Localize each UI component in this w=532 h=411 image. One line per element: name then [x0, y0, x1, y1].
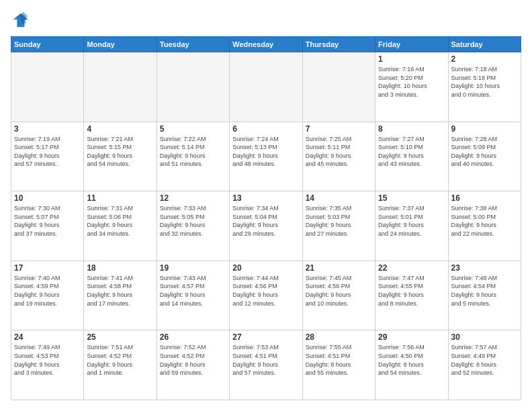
day-info: Sunrise: 7:49 AMSunset: 4:53 PMDaylight:…: [14, 343, 81, 377]
calendar-cell: 6Sunrise: 7:24 AMSunset: 5:13 PMDaylight…: [230, 122, 302, 191]
calendar-week-2: 3Sunrise: 7:19 AMSunset: 5:17 PMDaylight…: [11, 122, 521, 191]
day-number: 15: [378, 193, 445, 203]
calendar-cell: 2Sunrise: 7:18 AMSunset: 5:18 PMDaylight…: [448, 52, 521, 122]
day-number: 29: [378, 332, 445, 342]
calendar-cell: 14Sunrise: 7:35 AMSunset: 5:03 PMDayligh…: [302, 191, 375, 261]
day-info: Sunrise: 7:28 AMSunset: 5:09 PMDaylight:…: [451, 135, 518, 169]
calendar-cell: [84, 52, 157, 122]
calendar-cell: 30Sunrise: 7:57 AMSunset: 4:49 PMDayligh…: [448, 330, 521, 400]
day-info: Sunrise: 7:37 AMSunset: 5:01 PMDaylight:…: [378, 204, 445, 238]
day-number: 16: [451, 193, 518, 203]
logo: [11, 11, 32, 30]
calendar-cell: [302, 52, 375, 122]
day-number: 4: [87, 124, 153, 134]
day-info: Sunrise: 7:18 AMSunset: 5:18 PMDaylight:…: [451, 65, 518, 99]
header: [11, 11, 521, 30]
day-info: Sunrise: 7:33 AMSunset: 5:05 PMDaylight:…: [160, 204, 226, 238]
calendar-cell: [230, 52, 302, 122]
day-info: Sunrise: 7:24 AMSunset: 5:13 PMDaylight:…: [232, 135, 299, 169]
calendar-cell: 23Sunrise: 7:48 AMSunset: 4:54 PMDayligh…: [448, 261, 521, 330]
calendar-cell: 8Sunrise: 7:27 AMSunset: 5:10 PMDaylight…: [375, 122, 448, 191]
day-info: Sunrise: 7:34 AMSunset: 5:04 PMDaylight:…: [232, 204, 299, 238]
day-number: 22: [378, 263, 445, 273]
calendar-body: 1Sunrise: 7:16 AMSunset: 5:20 PMDaylight…: [11, 52, 521, 400]
day-info: Sunrise: 7:25 AMSunset: 5:11 PMDaylight:…: [306, 135, 372, 169]
day-number: 20: [232, 263, 299, 273]
day-info: Sunrise: 7:52 AMSunset: 4:52 PMDaylight:…: [160, 343, 226, 377]
day-number: 11: [87, 193, 153, 203]
day-number: 24: [14, 332, 81, 342]
calendar-week-3: 10Sunrise: 7:30 AMSunset: 5:07 PMDayligh…: [11, 191, 521, 261]
day-info: Sunrise: 7:41 AMSunset: 4:58 PMDaylight:…: [87, 274, 153, 308]
calendar-cell: 5Sunrise: 7:22 AMSunset: 5:14 PMDaylight…: [157, 122, 229, 191]
day-number: 28: [306, 332, 372, 342]
day-info: Sunrise: 7:53 AMSunset: 4:51 PMDaylight:…: [232, 343, 299, 377]
day-number: 26: [160, 332, 226, 342]
calendar-cell: 15Sunrise: 7:37 AMSunset: 5:01 PMDayligh…: [375, 191, 448, 261]
day-info: Sunrise: 7:43 AMSunset: 4:57 PMDaylight:…: [160, 274, 226, 308]
calendar-cell: 9Sunrise: 7:28 AMSunset: 5:09 PMDaylight…: [448, 122, 521, 191]
day-number: 1: [378, 54, 445, 64]
calendar-cell: 29Sunrise: 7:56 AMSunset: 4:50 PMDayligh…: [375, 330, 448, 400]
day-number: 17: [14, 263, 81, 273]
day-number: 9: [451, 124, 518, 134]
calendar-cell: 4Sunrise: 7:21 AMSunset: 5:15 PMDaylight…: [84, 122, 157, 191]
day-number: 6: [232, 124, 299, 134]
day-number: 21: [306, 263, 372, 273]
calendar-cell: 10Sunrise: 7:30 AMSunset: 5:07 PMDayligh…: [11, 191, 84, 261]
calendar-cell: [157, 52, 229, 122]
calendar-cell: 27Sunrise: 7:53 AMSunset: 4:51 PMDayligh…: [230, 330, 302, 400]
day-number: 27: [232, 332, 299, 342]
calendar-cell: 20Sunrise: 7:44 AMSunset: 4:56 PMDayligh…: [230, 261, 302, 330]
weekday-header-thursday: Thursday: [302, 37, 375, 52]
calendar-cell: 12Sunrise: 7:33 AMSunset: 5:05 PMDayligh…: [157, 191, 229, 261]
day-info: Sunrise: 7:16 AMSunset: 5:20 PMDaylight:…: [378, 65, 445, 99]
day-number: 8: [378, 124, 445, 134]
calendar-cell: 26Sunrise: 7:52 AMSunset: 4:52 PMDayligh…: [157, 330, 229, 400]
weekday-header-tuesday: Tuesday: [157, 37, 229, 52]
calendar-cell: 19Sunrise: 7:43 AMSunset: 4:57 PMDayligh…: [157, 261, 229, 330]
calendar-cell: 21Sunrise: 7:45 AMSunset: 4:56 PMDayligh…: [302, 261, 375, 330]
calendar-cell: 11Sunrise: 7:31 AMSunset: 5:06 PMDayligh…: [84, 191, 157, 261]
calendar-cell: 13Sunrise: 7:34 AMSunset: 5:04 PMDayligh…: [230, 191, 302, 261]
weekday-header-monday: Monday: [84, 37, 157, 52]
day-info: Sunrise: 7:30 AMSunset: 5:07 PMDaylight:…: [14, 204, 81, 238]
day-info: Sunrise: 7:47 AMSunset: 4:55 PMDaylight:…: [378, 274, 445, 308]
day-number: 10: [14, 193, 81, 203]
calendar-cell: 7Sunrise: 7:25 AMSunset: 5:11 PMDaylight…: [302, 122, 375, 191]
day-number: 7: [306, 124, 372, 134]
calendar-cell: 16Sunrise: 7:38 AMSunset: 5:00 PMDayligh…: [448, 191, 521, 261]
day-info: Sunrise: 7:19 AMSunset: 5:17 PMDaylight:…: [14, 135, 81, 169]
weekday-header-row: SundayMondayTuesdayWednesdayThursdayFrid…: [11, 37, 521, 52]
day-info: Sunrise: 7:44 AMSunset: 4:56 PMDaylight:…: [232, 274, 299, 308]
day-number: 14: [306, 193, 372, 203]
day-number: 25: [87, 332, 153, 342]
day-info: Sunrise: 7:35 AMSunset: 5:03 PMDaylight:…: [306, 204, 372, 238]
day-number: 23: [451, 263, 518, 273]
day-number: 18: [87, 263, 153, 273]
day-info: Sunrise: 7:51 AMSunset: 4:52 PMDaylight:…: [87, 343, 153, 377]
day-info: Sunrise: 7:45 AMSunset: 4:56 PMDaylight:…: [306, 274, 372, 308]
calendar: SundayMondayTuesdayWednesdayThursdayFrid…: [11, 36, 521, 400]
day-info: Sunrise: 7:55 AMSunset: 4:51 PMDaylight:…: [306, 343, 372, 377]
day-number: 5: [160, 124, 226, 134]
day-number: 30: [451, 332, 518, 342]
day-number: 2: [451, 54, 518, 64]
calendar-cell: 24Sunrise: 7:49 AMSunset: 4:53 PMDayligh…: [11, 330, 84, 400]
calendar-week-5: 24Sunrise: 7:49 AMSunset: 4:53 PMDayligh…: [11, 330, 521, 400]
day-info: Sunrise: 7:56 AMSunset: 4:50 PMDaylight:…: [378, 343, 445, 377]
calendar-cell: 3Sunrise: 7:19 AMSunset: 5:17 PMDaylight…: [11, 122, 84, 191]
weekday-header-sunday: Sunday: [11, 37, 84, 52]
calendar-cell: 28Sunrise: 7:55 AMSunset: 4:51 PMDayligh…: [302, 330, 375, 400]
calendar-cell: [11, 52, 84, 122]
calendar-cell: 22Sunrise: 7:47 AMSunset: 4:55 PMDayligh…: [375, 261, 448, 330]
day-info: Sunrise: 7:40 AMSunset: 4:59 PMDaylight:…: [14, 274, 81, 308]
day-info: Sunrise: 7:31 AMSunset: 5:06 PMDaylight:…: [87, 204, 153, 238]
day-info: Sunrise: 7:38 AMSunset: 5:00 PMDaylight:…: [451, 204, 518, 238]
weekday-header-saturday: Saturday: [448, 37, 521, 52]
weekday-header-friday: Friday: [375, 37, 448, 52]
day-number: 3: [14, 124, 81, 134]
calendar-cell: 18Sunrise: 7:41 AMSunset: 4:58 PMDayligh…: [84, 261, 157, 330]
day-info: Sunrise: 7:21 AMSunset: 5:15 PMDaylight:…: [87, 135, 153, 169]
calendar-header: SundayMondayTuesdayWednesdayThursdayFrid…: [11, 37, 521, 52]
